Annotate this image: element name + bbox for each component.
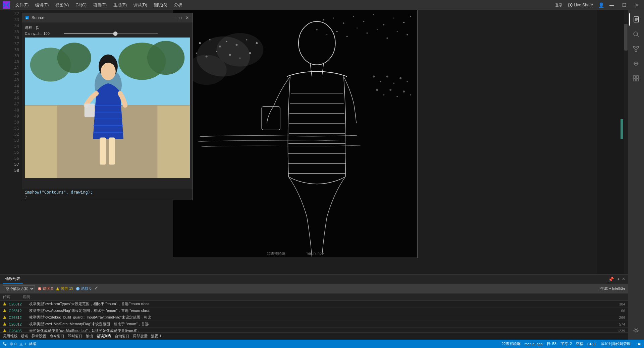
panel-arrow-icon[interactable]: ▲	[616, 277, 621, 282]
menu-build[interactable]: 生成(B)	[111, 2, 129, 9]
debug-toolbar: 调用堆栈 断点 异常设置 命令窗口 即时窗口 输出 错误列表 自动窗口 局部变量…	[0, 332, 628, 340]
status-warning[interactable]: ! 1	[19, 342, 26, 346]
svg-point-26	[147, 41, 184, 75]
line-number-37: 37	[0, 41, 22, 47]
error-row[interactable]: ! C26812 枚举类型"cv::NormTypes"未设定范围，相比于 "e…	[0, 301, 628, 307]
line-number-51: 51	[0, 125, 22, 131]
menu-file[interactable]: 文件(F)	[13, 2, 31, 9]
line-number-45: 45	[0, 89, 22, 95]
line-number-46: 46	[0, 95, 22, 101]
debug-breakpoints[interactable]: 断点	[21, 334, 28, 339]
activity-git[interactable]	[629, 42, 643, 56]
menu-git[interactable]: Git(G)	[73, 2, 89, 8]
status-encoding[interactable]: CRLF	[587, 342, 597, 346]
line-number-33: 33	[0, 17, 22, 23]
status-left: ✕ 0 ! 1 就绪	[3, 341, 36, 346]
status-char[interactable]: 字符: 2	[560, 341, 572, 346]
debug-output[interactable]: 输出	[86, 334, 93, 339]
panel-pin-icon[interactable]: 📌	[608, 277, 614, 282]
svg-point-62	[407, 34, 408, 36]
status-line[interactable]: 行: 58	[547, 341, 556, 346]
svg-point-75	[216, 51, 217, 52]
login-button[interactable]: 登录	[555, 3, 562, 8]
live-share-button[interactable]: Live Share	[565, 2, 596, 8]
status-space[interactable]: 空格	[576, 341, 583, 346]
svg-point-87	[376, 89, 378, 91]
activity-debug[interactable]	[629, 57, 643, 70]
status-add-source[interactable]: 添加到源代码管理...	[601, 341, 634, 346]
menu-view[interactable]: 视图(V)	[53, 2, 71, 9]
menu-test[interactable]: 测试(S)	[151, 2, 170, 9]
line-number-41: 41	[0, 65, 22, 71]
status-error-icon: ✕	[9, 342, 13, 346]
svg-rect-36	[85, 103, 95, 117]
menu-project[interactable]: 项目(P)	[91, 2, 109, 9]
activity-explorer[interactable]	[629, 13, 643, 26]
slider-handle[interactable]	[113, 31, 118, 36]
status-git[interactable]	[3, 342, 7, 346]
error-row[interactable]: ! C26812 枚举类型"cv::AccessFlag"未设定范围，相比于 "…	[0, 307, 628, 314]
close-button[interactable]: ✕	[632, 2, 641, 8]
canny-slider-track[interactable]	[64, 33, 158, 34]
svg-point-46	[353, 16, 354, 17]
debug-watch[interactable]: 监视 1	[151, 334, 161, 339]
svg-rect-38	[109, 138, 115, 165]
source-minimize-btn[interactable]: —	[171, 15, 176, 20]
svg-point-56	[346, 36, 348, 37]
info-count-badge: i 消息 0	[76, 286, 91, 291]
svg-point-9	[635, 50, 637, 52]
activity-search[interactable]	[629, 27, 643, 41]
svg-point-24	[57, 43, 91, 73]
error-row[interactable]: ! C26812 枚举类型"cv::debug_build_guard::_In…	[0, 314, 628, 321]
status-file2[interactable]: mat.inl.hpp	[525, 342, 543, 346]
line-number-53: 53	[0, 137, 22, 143]
svg-point-65	[217, 33, 264, 67]
source-restore-btn[interactable]: □	[178, 15, 183, 20]
restore-button[interactable]: ❐	[620, 2, 629, 8]
warn-row-icon: !	[3, 302, 7, 306]
svg-line-6	[637, 35, 639, 37]
solution-selector[interactable]: 整个解决方案	[3, 285, 35, 292]
warning-triangle-icon: !	[56, 287, 60, 291]
menu-analyze[interactable]: 分析	[171, 2, 185, 9]
debug-locals[interactable]: 局部变量	[133, 334, 148, 339]
error-row[interactable]: ! C26812 枚举类型"cv::UMatData::MemoryFlag"未…	[0, 321, 628, 328]
build-btn-label[interactable]: 生成 + IntelliSe	[600, 286, 625, 291]
scrollbar-thumb[interactable]	[624, 24, 628, 51]
warn-row-icon: !	[3, 308, 7, 312]
debug-immediatewindow[interactable]: 即时窗口	[68, 334, 83, 339]
status-file[interactable]: 22查找轮廓	[501, 341, 520, 346]
debug-autowindow[interactable]: 自动窗口	[115, 334, 129, 339]
svg-point-43	[323, 19, 324, 20]
svg-point-68	[219, 46, 221, 48]
svg-point-86	[407, 81, 408, 82]
editor-scrollbar[interactable]	[624, 10, 628, 283]
error-description: 枚举类型"cv::UMatData::MemoryFlag"未设定范围，相比于 …	[29, 322, 610, 327]
svg-point-52	[410, 16, 411, 17]
error-code: C26812	[9, 302, 27, 306]
error-table-header: 代码 说明	[0, 293, 628, 301]
menu-debug[interactable]: 调试(D)	[131, 2, 150, 9]
git-branch-icon	[3, 342, 7, 346]
status-ai[interactable]: Ai	[638, 342, 641, 346]
source-close-btn[interactable]: ✕	[184, 15, 190, 20]
debug-errorlist[interactable]: 错误列表	[97, 334, 111, 339]
activity-extensions[interactable]	[629, 72, 643, 85]
menu-edit[interactable]: 编辑(E)	[33, 2, 51, 9]
line-number-49: 49	[0, 113, 22, 119]
svg-point-72	[256, 42, 258, 44]
person-icon[interactable]: 👤	[598, 2, 604, 8]
panel-close-icon[interactable]: ✕	[622, 277, 625, 282]
build-label[interactable]	[94, 286, 98, 291]
line-number-34: 34	[0, 23, 22, 29]
col-code: 代码	[3, 294, 23, 299]
panel-tab-errors[interactable]: 错误列表	[3, 275, 23, 284]
debug-cmdwindow[interactable]: 命令窗口	[50, 334, 64, 339]
activity-settings[interactable]	[629, 324, 643, 337]
debug-callstack[interactable]: 调用堆栈	[3, 334, 17, 339]
debug-exceptions[interactable]: 异常设置	[32, 334, 46, 339]
window-controls: 登录 Live Share 👤 — ❐ ✕	[555, 0, 644, 10]
status-error[interactable]: ✕ 0	[9, 342, 16, 346]
error-line: 384	[612, 302, 625, 306]
minimize-button[interactable]: —	[607, 2, 617, 8]
